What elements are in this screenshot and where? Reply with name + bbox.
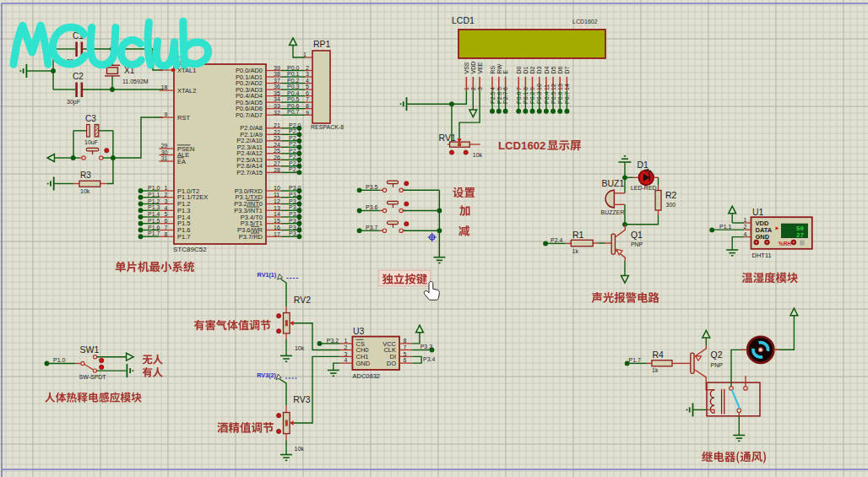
svg-text:300: 300 <box>666 202 676 208</box>
svg-text:P3.4: P3.4 <box>423 356 436 362</box>
svg-text:3: 3 <box>477 87 483 90</box>
svg-text:8: 8 <box>165 231 168 237</box>
svg-text:1: 1 <box>344 338 348 344</box>
svg-text:P1.1: P1.1 <box>148 192 160 198</box>
svg-text:28: 28 <box>274 167 280 173</box>
svg-text:39: 39 <box>274 65 280 71</box>
svg-text:LCD1: LCD1 <box>452 15 475 25</box>
svg-text:D5: D5 <box>551 66 556 73</box>
svg-text:EA: EA <box>177 158 186 165</box>
svg-text:30pF: 30pF <box>67 99 80 106</box>
svg-text:P0.6: P0.6 <box>287 103 300 109</box>
svg-text:24: 24 <box>274 142 280 148</box>
svg-text:18: 18 <box>161 84 168 90</box>
svg-text:2: 2 <box>165 192 168 198</box>
svg-text:R3: R3 <box>80 171 91 180</box>
svg-text:35: 35 <box>274 90 280 96</box>
svg-text:P1.6: P1.6 <box>148 225 160 230</box>
svg-text:P3.7/RD: P3.7/RD <box>239 233 263 241</box>
svg-text:1: 1 <box>464 87 469 90</box>
svg-text:P0.0: P0.0 <box>287 65 300 71</box>
svg-text:RV3(2): RV3(2) <box>257 371 276 379</box>
svg-text:P0.5: P0.5 <box>287 96 300 102</box>
svg-text:P3.7: P3.7 <box>289 230 301 236</box>
svg-text:C3: C3 <box>85 114 96 123</box>
svg-text:RST: RST <box>177 114 190 122</box>
svg-text:P2.2: P2.2 <box>289 135 301 141</box>
svg-text:31: 31 <box>161 155 168 161</box>
svg-text:D1: D1 <box>523 66 529 73</box>
svg-text:34: 34 <box>274 96 280 102</box>
svg-text:RV2: RV2 <box>294 295 311 305</box>
svg-text:7: 7 <box>404 344 407 350</box>
svg-text:P3.2: P3.2 <box>289 198 301 204</box>
svg-text:7: 7 <box>165 225 168 230</box>
svg-text:D3: D3 <box>536 66 542 73</box>
svg-text:17: 17 <box>274 231 280 237</box>
svg-text:P3.6: P3.6 <box>289 225 301 230</box>
svg-text:P0.7: P0.7 <box>287 109 300 115</box>
svg-text:U1: U1 <box>752 207 764 217</box>
svg-text:9: 9 <box>165 111 168 117</box>
svg-text:6: 6 <box>502 87 508 90</box>
svg-text:27: 27 <box>274 160 280 166</box>
svg-text:SW1: SW1 <box>80 344 100 355</box>
svg-text:E: E <box>502 70 508 74</box>
svg-text:GND: GND <box>356 360 371 367</box>
svg-text:29: 29 <box>161 143 168 149</box>
svg-text:7: 7 <box>516 87 522 90</box>
svg-text:10: 10 <box>274 185 280 191</box>
svg-text:VEE: VEE <box>477 62 483 73</box>
svg-text:10k: 10k <box>473 152 483 158</box>
svg-text:P0.4: P0.4 <box>287 90 300 96</box>
svg-text:12: 12 <box>551 84 556 90</box>
svg-text:3: 3 <box>165 198 168 204</box>
svg-text:P0.2: P0.2 <box>287 78 300 84</box>
svg-text:P1.3: P1.3 <box>148 204 160 210</box>
svg-text:P2.4: P2.4 <box>551 237 563 243</box>
svg-text:P2.4: P2.4 <box>289 148 301 154</box>
svg-text:2: 2 <box>306 65 309 71</box>
svg-text:RS: RS <box>490 65 496 73</box>
svg-text:1: 1 <box>744 217 747 223</box>
svg-text:4: 4 <box>490 87 496 90</box>
svg-text:P1.2: P1.2 <box>148 198 160 204</box>
svg-text:P3.2: P3.2 <box>327 338 339 344</box>
svg-text:P1.1: P1.1 <box>719 224 732 230</box>
svg-text:7: 7 <box>306 96 309 102</box>
svg-text:P2.1: P2.1 <box>289 128 301 134</box>
svg-text:U3: U3 <box>353 326 365 336</box>
svg-text:6: 6 <box>306 90 309 96</box>
svg-text:D1: D1 <box>637 160 649 170</box>
svg-text:5: 5 <box>165 211 168 217</box>
svg-text:P3.4: P3.4 <box>289 211 301 217</box>
svg-text:14: 14 <box>274 211 280 217</box>
svg-text:30: 30 <box>161 149 168 155</box>
svg-text:P2.5: P2.5 <box>289 154 301 160</box>
svg-text:P3.5: P3.5 <box>366 184 378 190</box>
svg-text:4: 4 <box>744 231 747 237</box>
svg-text:4: 4 <box>306 78 309 84</box>
svg-text:RV1: RV1 <box>439 133 456 143</box>
svg-text:P1.7: P1.7 <box>177 233 190 241</box>
svg-text:Q2: Q2 <box>711 350 723 360</box>
svg-text:LED-RED: LED-RED <box>631 185 657 191</box>
svg-text:22: 22 <box>274 129 280 135</box>
svg-text:RV3: RV3 <box>293 394 310 404</box>
svg-text:23: 23 <box>274 135 280 141</box>
svg-text:33: 33 <box>274 103 280 109</box>
svg-text:P2.6: P2.6 <box>289 160 301 166</box>
svg-text:P0.3: P0.3 <box>287 84 300 89</box>
svg-text:VDD: VDD <box>470 62 476 74</box>
svg-text:5: 5 <box>496 87 502 90</box>
svg-text:36: 36 <box>274 84 280 89</box>
svg-text:C2: C2 <box>73 72 84 81</box>
svg-text:P3.7: P3.7 <box>366 225 378 230</box>
svg-text:8: 8 <box>404 338 407 344</box>
svg-text:XTAL2: XTAL2 <box>177 87 196 95</box>
svg-text:1: 1 <box>303 51 307 57</box>
svg-text:RW: RW <box>496 64 502 74</box>
svg-text:37: 37 <box>274 78 280 84</box>
svg-text:BUZ1: BUZ1 <box>602 178 625 188</box>
svg-text:VSS: VSS <box>464 62 469 73</box>
